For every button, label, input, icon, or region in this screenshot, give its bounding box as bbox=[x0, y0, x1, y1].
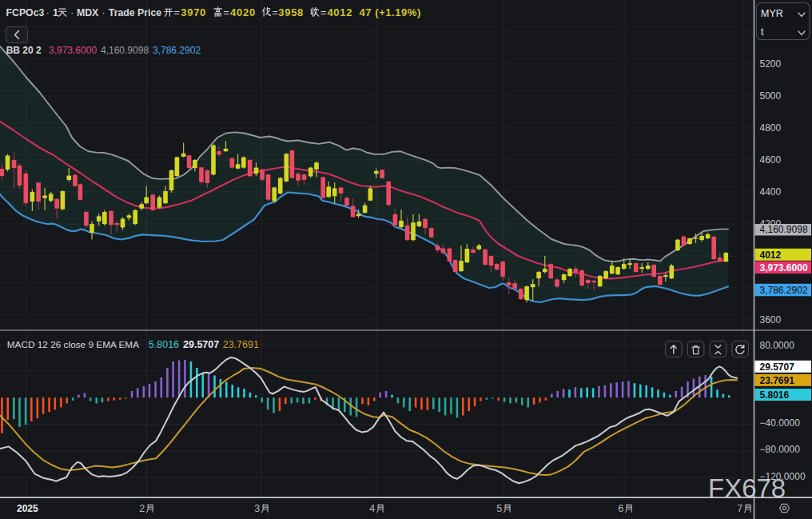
svg-text:·: · bbox=[70, 7, 74, 18]
svg-text:=: = bbox=[272, 7, 277, 18]
svg-text:4,160.9098: 4,160.9098 bbox=[760, 224, 808, 235]
svg-text:2: 2 bbox=[139, 503, 145, 514]
svg-text:3,786.2902: 3,786.2902 bbox=[153, 45, 201, 56]
svg-text:4020: 4020 bbox=[230, 6, 256, 18]
svg-text:7: 7 bbox=[737, 503, 742, 514]
svg-text:4,160.9098: 4,160.9098 bbox=[101, 45, 149, 56]
svg-text:4600: 4600 bbox=[760, 154, 782, 166]
svg-text:5: 5 bbox=[496, 503, 502, 514]
svg-text:·: · bbox=[102, 7, 105, 18]
svg-text:47 (+1.19%): 47 (+1.19%) bbox=[360, 6, 421, 18]
svg-text:3,786.2902: 3,786.2902 bbox=[760, 285, 808, 296]
svg-text:3: 3 bbox=[254, 503, 260, 514]
svg-text:BB 20 2: BB 20 2 bbox=[6, 45, 42, 56]
svg-text:5200: 5200 bbox=[760, 58, 782, 70]
svg-text:29.5707: 29.5707 bbox=[183, 339, 219, 350]
svg-text:3600: 3600 bbox=[760, 314, 782, 325]
svg-text:3,973.6000: 3,973.6000 bbox=[760, 262, 808, 273]
svg-text:MYR: MYR bbox=[761, 8, 783, 19]
svg-text:5.8016: 5.8016 bbox=[760, 389, 790, 401]
svg-text:4012: 4012 bbox=[327, 6, 352, 18]
svg-text:6: 6 bbox=[618, 503, 623, 514]
svg-text:5000: 5000 bbox=[760, 90, 782, 102]
svg-text:t: t bbox=[761, 26, 764, 38]
svg-text:3958: 3958 bbox=[278, 6, 304, 18]
svg-text:23.7691: 23.7691 bbox=[223, 339, 259, 350]
svg-text:2025: 2025 bbox=[17, 503, 38, 514]
svg-text:29.5707: 29.5707 bbox=[760, 361, 795, 373]
svg-text:3970: 3970 bbox=[181, 6, 206, 18]
svg-text:1: 1 bbox=[53, 7, 58, 18]
svg-text:4: 4 bbox=[369, 503, 375, 514]
svg-text:4800: 4800 bbox=[760, 122, 782, 134]
svg-text:23.7691: 23.7691 bbox=[760, 375, 795, 386]
svg-text:80.0000: 80.0000 bbox=[760, 340, 795, 351]
svg-text:=: = bbox=[174, 7, 180, 18]
svg-text:−40.0000: −40.0000 bbox=[760, 417, 801, 429]
svg-text:−80.0000: −80.0000 bbox=[760, 444, 801, 455]
svg-text:FCPOc3: FCPOc3 bbox=[6, 7, 45, 18]
svg-text:MACD 12 26 close 9 EMA EMA: MACD 12 26 close 9 EMA EMA bbox=[7, 339, 139, 350]
svg-text:4012: 4012 bbox=[760, 250, 782, 261]
svg-text:4400: 4400 bbox=[760, 186, 782, 198]
svg-text:·: · bbox=[46, 7, 50, 18]
svg-text:5.8016: 5.8016 bbox=[149, 339, 179, 350]
svg-text:3,973.6000: 3,973.6000 bbox=[49, 45, 97, 56]
svg-text:=: = bbox=[224, 7, 229, 18]
svg-text:Trade Price: Trade Price bbox=[109, 7, 161, 18]
svg-text:=: = bbox=[320, 7, 326, 18]
svg-text:MDX: MDX bbox=[77, 7, 99, 18]
svg-text:FX678: FX678 bbox=[708, 473, 786, 503]
